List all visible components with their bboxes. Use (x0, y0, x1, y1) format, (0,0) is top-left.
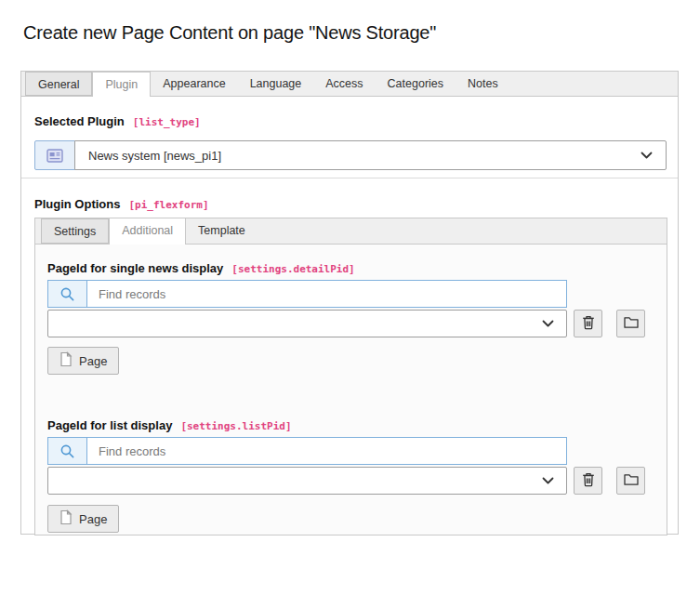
detailpid-delete-button[interactable] (574, 310, 602, 337)
folder-icon (623, 472, 640, 489)
selected-plugin-label-text: Selected Plugin (34, 114, 125, 128)
field-listpid-label: PageId for list display[settings.listPid… (47, 418, 292, 432)
chevron-down-icon (542, 477, 554, 484)
subtab-additional[interactable]: Additional (109, 218, 186, 245)
form-panel: General Plugin Appearance Language Acces… (20, 71, 679, 535)
trash-icon (581, 471, 596, 491)
main-tabbar: General Plugin Appearance Language Acces… (21, 72, 678, 97)
field-detailpid-code: [settings.detailPid] (231, 263, 354, 275)
field-listpid-label-text: PageId for list display (47, 418, 172, 432)
detailpid-search-input[interactable] (87, 281, 566, 307)
trash-icon (581, 314, 596, 334)
selected-plugin-select[interactable]: News system [news_pi1] (74, 140, 667, 170)
plugin-options-code: [pi_flexform] (128, 199, 208, 211)
tab-access[interactable]: Access (313, 72, 375, 96)
search-icon (48, 281, 87, 307)
listpid-page-button[interactable]: Page (47, 505, 119, 533)
plugin-content-icon (34, 140, 75, 170)
folder-icon (623, 315, 640, 332)
section-divider (21, 178, 678, 178)
tab-categories[interactable]: Categories (376, 72, 456, 96)
listpid-delete-button[interactable] (574, 467, 602, 495)
field-detailpid-label-text: PageId for single news display (47, 261, 223, 275)
tab-language[interactable]: Language (238, 72, 314, 96)
tab-plugin[interactable]: Plugin (92, 72, 151, 97)
flexform-content: PageId for single news display[settings.… (34, 245, 667, 536)
selected-plugin-code: [list_type] (133, 116, 201, 128)
selected-plugin-value: News system [news_pi1] (88, 149, 221, 163)
page-button-label: Page (79, 512, 107, 526)
page-title: Create new Page Content on page "News St… (23, 22, 436, 44)
chevron-down-icon (542, 320, 554, 327)
page-button-label: Page (79, 354, 107, 368)
selected-plugin-row: News system [news_pi1] (34, 140, 667, 170)
tab-appearance[interactable]: Appearance (151, 72, 237, 96)
field-listpid-code: [settings.listPid] (180, 420, 291, 432)
selected-plugin-label: Selected Plugin[list_type] (34, 114, 201, 128)
detailpid-select[interactable] (47, 310, 567, 337)
tab-general[interactable]: General (25, 72, 92, 96)
plugin-options-label: Plugin Options[pi_flexform] (34, 197, 209, 211)
field-detailpid-label: PageId for single news display[settings.… (47, 261, 355, 275)
tab-notes[interactable]: Notes (456, 72, 510, 96)
detailpid-search (47, 280, 567, 308)
page-icon (59, 351, 73, 370)
listpid-search (47, 437, 567, 465)
listpid-search-input[interactable] (87, 438, 566, 464)
listpid-browse-button[interactable] (616, 467, 645, 495)
plugin-options-label-text: Plugin Options (34, 197, 120, 211)
page: Create new Page Content on page "News St… (0, 0, 700, 595)
listpid-select[interactable] (47, 467, 567, 495)
search-icon (48, 438, 87, 464)
subtab-template[interactable]: Template (186, 218, 258, 244)
flexform-tabbar: Settings Additional Template (34, 218, 667, 245)
page-icon (59, 509, 73, 528)
subtab-settings[interactable]: Settings (41, 218, 109, 244)
chevron-down-icon (641, 152, 653, 159)
detailpid-page-button[interactable]: Page (47, 347, 119, 375)
detailpid-browse-button[interactable] (616, 310, 645, 337)
